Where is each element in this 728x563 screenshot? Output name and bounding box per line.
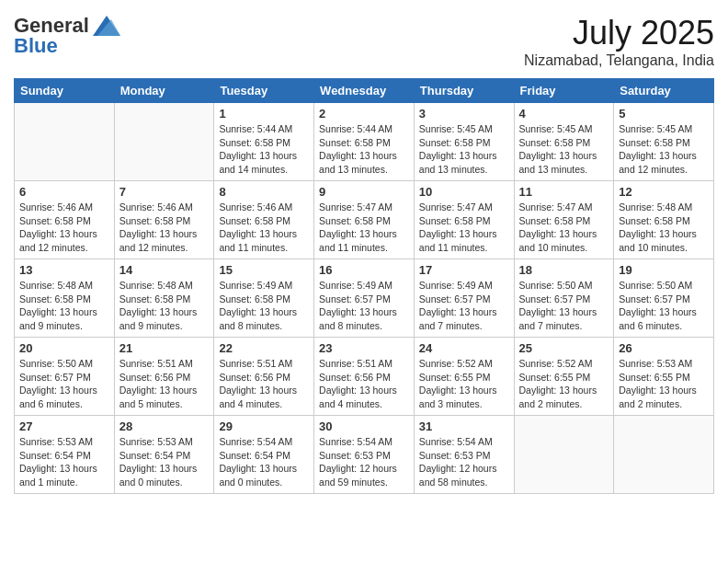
day-number: 10 (419, 185, 509, 199)
calendar-cell: 1Sunrise: 5:44 AM Sunset: 6:58 PM Daylig… (214, 103, 314, 181)
calendar-cell: 24Sunrise: 5:52 AM Sunset: 6:55 PM Dayli… (414, 338, 514, 416)
day-number: 5 (619, 107, 709, 121)
day-number: 18 (519, 263, 609, 277)
day-number: 22 (219, 341, 309, 355)
logo-icon (93, 16, 120, 36)
day-info: Sunrise: 5:46 AM Sunset: 6:58 PM Dayligh… (119, 201, 210, 255)
day-number: 14 (119, 263, 210, 277)
calendar-cell (614, 416, 714, 494)
day-info: Sunrise: 5:44 AM Sunset: 6:58 PM Dayligh… (219, 122, 309, 177)
header: General Blue July 2025 Nizamabad, Telang… (14, 14, 714, 69)
day-number: 19 (619, 263, 709, 277)
day-number: 15 (219, 263, 309, 277)
calendar-cell: 10Sunrise: 5:47 AM Sunset: 6:58 PM Dayli… (414, 181, 514, 259)
calendar-cell: 16Sunrise: 5:49 AM Sunset: 6:57 PM Dayli… (314, 259, 415, 338)
calendar-cell: 23Sunrise: 5:51 AM Sunset: 6:56 PM Dayli… (314, 338, 415, 416)
day-number: 2 (319, 107, 409, 121)
day-info: Sunrise: 5:47 AM Sunset: 6:58 PM Dayligh… (419, 201, 509, 255)
calendar-cell: 13Sunrise: 5:48 AM Sunset: 6:58 PM Dayli… (15, 259, 115, 338)
calendar-cell: 14Sunrise: 5:48 AM Sunset: 6:58 PM Dayli… (114, 259, 214, 338)
day-number: 24 (419, 341, 509, 355)
calendar-cell: 8Sunrise: 5:46 AM Sunset: 6:58 PM Daylig… (214, 181, 314, 259)
day-info: Sunrise: 5:51 AM Sunset: 6:56 PM Dayligh… (219, 357, 309, 411)
day-number: 29 (219, 419, 309, 433)
day-info: Sunrise: 5:53 AM Sunset: 6:54 PM Dayligh… (119, 435, 210, 489)
day-info: Sunrise: 5:48 AM Sunset: 6:58 PM Dayligh… (619, 201, 709, 255)
day-info: Sunrise: 5:54 AM Sunset: 6:53 PM Dayligh… (419, 435, 509, 489)
day-number: 25 (519, 341, 609, 355)
calendar-cell: 3Sunrise: 5:45 AM Sunset: 6:58 PM Daylig… (414, 103, 514, 181)
day-info: Sunrise: 5:48 AM Sunset: 6:58 PM Dayligh… (19, 279, 109, 333)
calendar-cell: 21Sunrise: 5:51 AM Sunset: 6:56 PM Dayli… (114, 338, 214, 416)
day-info: Sunrise: 5:49 AM Sunset: 6:57 PM Dayligh… (319, 279, 409, 333)
day-number: 31 (419, 419, 509, 433)
day-number: 28 (119, 419, 210, 433)
day-info: Sunrise: 5:47 AM Sunset: 6:58 PM Dayligh… (319, 201, 409, 255)
day-info: Sunrise: 5:45 AM Sunset: 6:58 PM Dayligh… (519, 122, 609, 177)
day-info: Sunrise: 5:50 AM Sunset: 6:57 PM Dayligh… (619, 279, 709, 333)
day-info: Sunrise: 5:47 AM Sunset: 6:58 PM Dayligh… (519, 201, 609, 255)
calendar: SundayMondayTuesdayWednesdayThursdayFrid… (14, 78, 714, 494)
location-title: Nizamabad, Telangana, India (524, 52, 714, 69)
day-info: Sunrise: 5:54 AM Sunset: 6:54 PM Dayligh… (219, 435, 309, 489)
calendar-cell: 12Sunrise: 5:48 AM Sunset: 6:58 PM Dayli… (614, 181, 714, 259)
calendar-cell: 18Sunrise: 5:50 AM Sunset: 6:57 PM Dayli… (514, 259, 614, 338)
calendar-cell: 22Sunrise: 5:51 AM Sunset: 6:56 PM Dayli… (214, 338, 314, 416)
calendar-cell: 25Sunrise: 5:52 AM Sunset: 6:55 PM Dayli… (514, 338, 614, 416)
day-info: Sunrise: 5:44 AM Sunset: 6:58 PM Dayligh… (319, 122, 409, 177)
day-info: Sunrise: 5:46 AM Sunset: 6:58 PM Dayligh… (19, 201, 109, 255)
day-info: Sunrise: 5:50 AM Sunset: 6:57 PM Dayligh… (519, 279, 609, 333)
day-info: Sunrise: 5:46 AM Sunset: 6:58 PM Dayligh… (219, 201, 309, 255)
day-number: 21 (119, 341, 210, 355)
calendar-cell: 4Sunrise: 5:45 AM Sunset: 6:58 PM Daylig… (514, 103, 614, 181)
logo: General Blue (14, 14, 120, 58)
day-info: Sunrise: 5:45 AM Sunset: 6:58 PM Dayligh… (419, 122, 509, 177)
day-number: 1 (219, 107, 309, 121)
calendar-cell: 5Sunrise: 5:45 AM Sunset: 6:58 PM Daylig… (614, 103, 714, 181)
day-info: Sunrise: 5:53 AM Sunset: 6:54 PM Dayligh… (19, 435, 109, 489)
calendar-cell: 7Sunrise: 5:46 AM Sunset: 6:58 PM Daylig… (114, 181, 214, 259)
day-number: 9 (319, 185, 409, 199)
calendar-cell: 2Sunrise: 5:44 AM Sunset: 6:58 PM Daylig… (314, 103, 415, 181)
calendar-cell (15, 103, 115, 181)
calendar-header-tuesday: Tuesday (214, 79, 314, 103)
day-info: Sunrise: 5:49 AM Sunset: 6:57 PM Dayligh… (419, 279, 509, 333)
day-info: Sunrise: 5:52 AM Sunset: 6:55 PM Dayligh… (519, 357, 609, 411)
day-number: 3 (419, 107, 509, 121)
day-number: 8 (219, 185, 309, 199)
day-number: 6 (19, 185, 109, 199)
day-info: Sunrise: 5:52 AM Sunset: 6:55 PM Dayligh… (419, 357, 509, 411)
calendar-header-friday: Friday (514, 79, 614, 103)
calendar-week-row: 1Sunrise: 5:44 AM Sunset: 6:58 PM Daylig… (15, 103, 714, 181)
calendar-cell (114, 103, 214, 181)
day-info: Sunrise: 5:53 AM Sunset: 6:55 PM Dayligh… (619, 357, 709, 411)
day-number: 30 (319, 419, 409, 433)
day-info: Sunrise: 5:50 AM Sunset: 6:57 PM Dayligh… (19, 357, 109, 411)
title-area: July 2025 Nizamabad, Telangana, India (524, 14, 714, 69)
calendar-header-thursday: Thursday (414, 79, 514, 103)
logo-blue: Blue (14, 34, 58, 58)
calendar-cell: 19Sunrise: 5:50 AM Sunset: 6:57 PM Dayli… (614, 259, 714, 338)
day-number: 16 (319, 263, 409, 277)
calendar-cell (514, 416, 614, 494)
day-number: 12 (619, 185, 709, 199)
day-number: 27 (19, 419, 109, 433)
calendar-cell: 20Sunrise: 5:50 AM Sunset: 6:57 PM Dayli… (15, 338, 115, 416)
calendar-cell: 31Sunrise: 5:54 AM Sunset: 6:53 PM Dayli… (414, 416, 514, 494)
calendar-header-monday: Monday (114, 79, 214, 103)
calendar-cell: 30Sunrise: 5:54 AM Sunset: 6:53 PM Dayli… (314, 416, 415, 494)
day-number: 20 (19, 341, 109, 355)
day-info: Sunrise: 5:51 AM Sunset: 6:56 PM Dayligh… (119, 357, 210, 411)
day-number: 17 (419, 263, 509, 277)
day-info: Sunrise: 5:51 AM Sunset: 6:56 PM Dayligh… (319, 357, 409, 411)
day-info: Sunrise: 5:49 AM Sunset: 6:58 PM Dayligh… (219, 279, 309, 333)
month-title: July 2025 (524, 14, 714, 52)
calendar-week-row: 27Sunrise: 5:53 AM Sunset: 6:54 PM Dayli… (15, 416, 714, 494)
calendar-cell: 11Sunrise: 5:47 AM Sunset: 6:58 PM Dayli… (514, 181, 614, 259)
calendar-header-saturday: Saturday (614, 79, 714, 103)
day-number: 4 (519, 107, 609, 121)
day-number: 26 (619, 341, 709, 355)
calendar-header-row: SundayMondayTuesdayWednesdayThursdayFrid… (15, 79, 714, 103)
calendar-header-sunday: Sunday (15, 79, 115, 103)
calendar-header-wednesday: Wednesday (314, 79, 415, 103)
